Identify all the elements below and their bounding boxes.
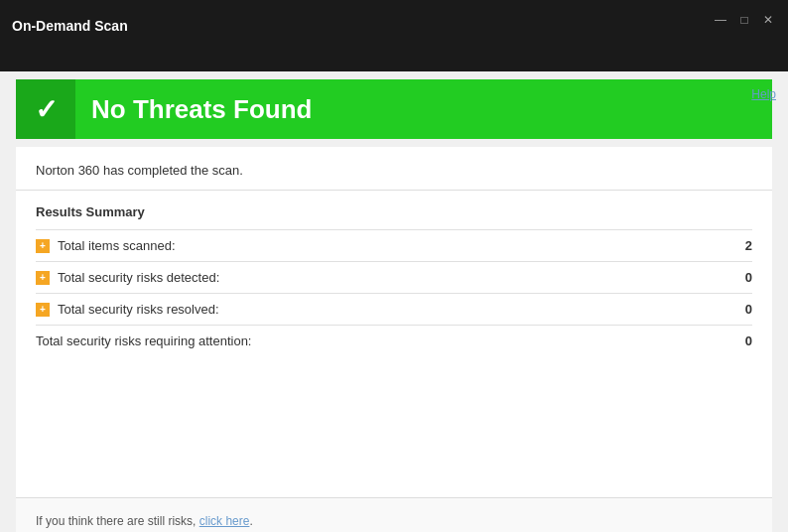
table-row: Total security risks requiring attention…: [36, 325, 752, 356]
risk-notice-suffix: .: [249, 514, 252, 528]
window-controls: — □ ✕: [713, 12, 776, 28]
close-button[interactable]: ✕: [760, 12, 776, 28]
expand-icon-1[interactable]: +: [36, 239, 50, 253]
expand-icon-3[interactable]: +: [36, 303, 50, 317]
row-text-1: Total items scanned:: [58, 238, 176, 253]
results-section: Results Summary + Total items scanned: 2…: [16, 191, 772, 497]
table-row: + Total items scanned: 2: [36, 229, 752, 261]
row-text-3: Total security risks resolved:: [58, 302, 219, 317]
check-box: ✓: [16, 79, 75, 139]
risk-notice: If you think there are still risks, clic…: [16, 497, 772, 532]
row-value-3: 0: [745, 302, 752, 317]
row-text-2: Total security risks detected:: [58, 270, 219, 285]
title-bar-left: On-Demand Scan: [12, 18, 128, 34]
risk-notice-prefix: If you think there are still risks,: [36, 514, 199, 528]
row-label-2: + Total security risks detected:: [36, 270, 219, 285]
row-label-4: Total security risks requiring attention…: [36, 333, 251, 348]
minimize-button[interactable]: —: [713, 12, 728, 28]
maximize-button[interactable]: □: [736, 12, 752, 28]
table-row: + Total security risks resolved: 0: [36, 293, 752, 325]
help-link[interactable]: Help: [751, 87, 776, 101]
row-text-4: Total security risks requiring attention…: [36, 333, 251, 348]
row-label-3: + Total security risks resolved:: [36, 302, 219, 317]
window-title: On-Demand Scan: [12, 18, 128, 34]
expand-icon-2[interactable]: +: [36, 271, 50, 285]
results-title: Results Summary: [36, 204, 752, 219]
scan-complete-message: Norton 360 has completed the scan.: [16, 147, 772, 191]
table-row: + Total security risks detected: 0: [36, 261, 752, 293]
check-icon: ✓: [35, 93, 58, 126]
banner-title: No Threats Found: [75, 94, 312, 125]
click-here-link[interactable]: click here: [199, 514, 250, 528]
row-value-1: 2: [745, 238, 752, 253]
row-label-1: + Total items scanned:: [36, 238, 176, 253]
row-value-4: 0: [745, 333, 752, 348]
main-content: ✓ No Threats Found Norton 360 has comple…: [0, 71, 788, 532]
content-area: Norton 360 has completed the scan. Resul…: [16, 147, 772, 532]
success-banner: ✓ No Threats Found: [16, 79, 772, 139]
row-value-2: 0: [745, 270, 752, 285]
title-bar: On-Demand Scan — □ ✕: [0, 0, 788, 52]
